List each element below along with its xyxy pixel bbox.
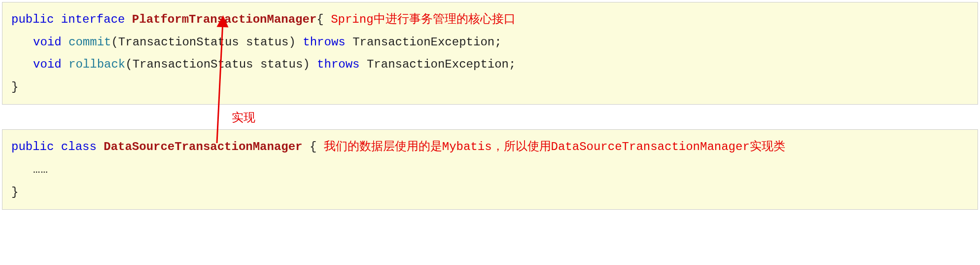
annotation-core-interface: Spring中进行事务管理的核心接口 bbox=[331, 13, 515, 26]
code-line-4: } bbox=[11, 76, 969, 99]
interface-code-block: public interface PlatformTransactionMana… bbox=[2, 2, 978, 105]
class-name: DataSourceTransactionManager bbox=[104, 140, 302, 153]
interface-name: PlatformTransactionManager bbox=[132, 13, 316, 26]
open-brace: { bbox=[316, 13, 323, 26]
keyword-public: public bbox=[11, 140, 54, 153]
code-line-1: public interface PlatformTransactionMana… bbox=[11, 8, 969, 31]
close-brace: } bbox=[11, 186, 18, 199]
keyword-public: public bbox=[11, 13, 54, 26]
keyword-void: void bbox=[33, 36, 62, 49]
keyword-class: class bbox=[61, 140, 97, 153]
close-brace: } bbox=[11, 80, 18, 94]
ellipsis: …… bbox=[33, 163, 48, 176]
code-line-3: void rollback(TransactionStatus status) … bbox=[11, 53, 969, 76]
annotation-mybatis: 我们的数据层使用的是Mybatis，所以使用DataSourceTransact… bbox=[324, 140, 785, 153]
implements-label: 实现 bbox=[232, 110, 255, 125]
method-commit: commit bbox=[69, 36, 111, 49]
rollback-params: (TransactionStatus status) bbox=[125, 58, 310, 71]
keyword-void: void bbox=[33, 58, 62, 71]
method-rollback: rollback bbox=[69, 58, 125, 71]
commit-exception: TransactionException; bbox=[352, 36, 501, 49]
commit-params: (TransactionStatus status) bbox=[111, 36, 295, 49]
code-line-5: public class DataSourceTransactionManage… bbox=[11, 136, 969, 158]
code-line-7: } bbox=[11, 181, 969, 204]
rollback-exception: TransactionException; bbox=[367, 58, 516, 71]
open-brace: { bbox=[310, 140, 316, 153]
code-line-6: …… bbox=[11, 158, 969, 181]
keyword-throws: throws bbox=[303, 36, 345, 49]
keyword-interface: interface bbox=[61, 13, 125, 26]
keyword-throws: throws bbox=[317, 58, 359, 71]
code-line-2: void commit(TransactionStatus status) th… bbox=[11, 31, 969, 54]
class-code-block: public class DataSourceTransactionManage… bbox=[2, 129, 978, 210]
